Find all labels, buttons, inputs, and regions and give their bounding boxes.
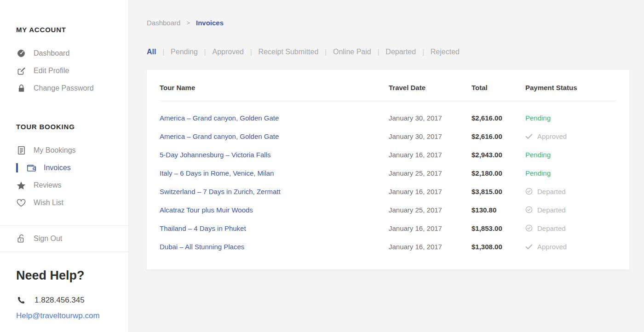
sidebar-item-edit-profile[interactable]: Edit Profile xyxy=(16,62,119,80)
lock-icon xyxy=(16,84,26,93)
sidebar-item-label: Wish List xyxy=(34,199,63,207)
travel-date: January 30, 2017 xyxy=(389,132,472,140)
travel-date: January 16, 2017 xyxy=(389,243,472,251)
total-amount: $2,180.00 xyxy=(472,169,525,177)
sidebar-item-label: Reviews xyxy=(34,181,61,189)
total-amount: $2,616.00 xyxy=(472,132,525,140)
payment-status: Departed xyxy=(525,206,616,214)
filter-tab-departed[interactable]: Departed xyxy=(385,48,416,56)
invoices-card: Tour Name Travel Date Total Payment Stat… xyxy=(147,70,629,269)
table-row: America – Grand canyon, Golden GateJanua… xyxy=(160,109,616,127)
status-filter-tabs: All|Pending|Approved|Receipt Submitted|O… xyxy=(147,48,644,56)
payment-status-label: Departed xyxy=(537,206,566,214)
total-amount: $1,853.00 xyxy=(472,224,525,232)
tour-name-link[interactable]: Switzerland – 7 Days in Zurich, Zermatt xyxy=(160,188,281,195)
sidebar-item-invoices[interactable]: Invoices xyxy=(16,159,119,177)
travel-date: January 16, 2017 xyxy=(389,151,472,159)
travel-date: January 25, 2017 xyxy=(389,206,472,214)
help-phone: 1.828.456.345 xyxy=(16,296,119,305)
table-row: 5-Day Johannesburg – Victoria FallsJanua… xyxy=(160,145,616,164)
table-row: Italy – 6 Days in Rome, Venice, MilanJan… xyxy=(160,164,616,182)
sign-out-label: Sign Out xyxy=(34,235,62,243)
active-indicator xyxy=(16,163,18,172)
total-amount: $1,308.00 xyxy=(472,243,525,251)
sidebar-item-my-bookings[interactable]: My Bookings xyxy=(16,142,119,159)
sidebar-item-label: Change Password xyxy=(34,84,94,92)
tour-name-link[interactable]: Thailand – 4 Days in Phuket xyxy=(160,224,246,232)
phone-icon xyxy=(16,296,26,304)
tour-name-link[interactable]: Dubai – All Stunning Places xyxy=(160,243,244,251)
filter-tab-all[interactable]: All xyxy=(147,48,156,56)
filter-tab-approved[interactable]: Approved xyxy=(212,48,244,56)
sidebar-nav: MY ACCOUNTDashboardEdit ProfileChange Pa… xyxy=(16,26,119,212)
payment-status: Departed xyxy=(525,188,616,195)
filter-tab-receipt-submitted[interactable]: Receipt Submitted xyxy=(259,48,319,56)
tab-separator: | xyxy=(378,48,380,56)
table-row: Switzerland – 7 Days in Zurich, ZermattJ… xyxy=(160,182,616,200)
sidebar: MY ACCOUNTDashboardEdit ProfileChange Pa… xyxy=(0,0,129,332)
tab-separator: | xyxy=(250,48,252,56)
table-row: Thailand – 4 Days in PhuketJanuary 16, 2… xyxy=(160,219,616,237)
sidebar-item-label: Invoices xyxy=(44,164,71,172)
help-phone-number: 1.828.456.345 xyxy=(34,296,85,305)
tab-separator: | xyxy=(162,48,164,56)
bookings-icon xyxy=(16,146,26,155)
payment-status: Pending xyxy=(525,151,616,159)
check-icon xyxy=(525,133,533,139)
chevron-right-icon: > xyxy=(186,19,190,26)
column-header-payment-status: Payment Status xyxy=(525,84,616,92)
payment-status: Departed xyxy=(525,224,616,232)
sidebar-item-wish-list[interactable]: Wish List xyxy=(16,194,119,212)
travel-date: January 25, 2017 xyxy=(389,169,472,177)
circle-check-icon xyxy=(525,206,533,213)
table-body: America – Grand canyon, Golden GateJanua… xyxy=(160,101,616,256)
travel-date: January 16, 2017 xyxy=(389,224,472,232)
tour-name-link[interactable]: America – Grand canyon, Golden Gate xyxy=(160,132,279,140)
check-icon xyxy=(525,244,533,250)
sidebar-item-reviews[interactable]: Reviews xyxy=(16,177,119,194)
circle-check-icon xyxy=(525,224,533,232)
heart-icon xyxy=(16,199,26,207)
need-help-title: Need Help? xyxy=(16,269,119,283)
star-icon xyxy=(16,181,26,190)
main-content: Dashboard > Invoices All|Pending|Approve… xyxy=(129,0,644,332)
payment-status: Pending xyxy=(525,114,616,122)
wallet-icon xyxy=(26,164,36,172)
filter-tab-online-paid[interactable]: Online Paid xyxy=(333,48,371,56)
payment-status: Approved xyxy=(525,132,616,140)
unlock-icon xyxy=(16,234,26,243)
column-header-tour-name: Tour Name xyxy=(160,84,389,92)
payment-status-label: Approved xyxy=(537,132,567,140)
dashboard-icon xyxy=(16,49,26,58)
sidebar-section-title-my-account: MY ACCOUNT xyxy=(16,26,119,34)
payment-status: Pending xyxy=(525,169,616,177)
sidebar-item-dashboard[interactable]: Dashboard xyxy=(16,45,119,62)
edit-icon xyxy=(16,67,26,75)
filter-tab-pending[interactable]: Pending xyxy=(171,48,198,56)
tab-separator: | xyxy=(325,48,327,56)
sidebar-section-title-tour-booking: TOUR BOOKING xyxy=(16,123,119,131)
sidebar-item-label: My Bookings xyxy=(34,146,76,155)
help-email-link[interactable]: Help@traveltourwp.com xyxy=(16,311,100,320)
payment-status-label: Pending xyxy=(525,114,551,122)
payment-status-label: Departed xyxy=(537,188,566,195)
column-header-travel-date: Travel Date xyxy=(389,84,472,92)
total-amount: $3,815.00 xyxy=(472,188,525,195)
total-amount: $2,943.00 xyxy=(472,151,525,159)
sidebar-item-label: Dashboard xyxy=(34,49,69,57)
table-row: America – Grand canyon, Golden GateJanua… xyxy=(160,127,616,145)
tour-name-link[interactable]: 5-Day Johannesburg – Victoria Falls xyxy=(160,151,271,159)
payment-status-label: Pending xyxy=(525,151,551,159)
tour-name-link[interactable]: Alcatraz Tour plus Muir Woods xyxy=(160,206,253,214)
sign-out-button[interactable]: Sign Out xyxy=(16,230,119,247)
tour-name-link[interactable]: America – Grand canyon, Golden Gate xyxy=(160,114,279,122)
filter-tab-rejected[interactable]: Rejected xyxy=(431,48,460,56)
travel-date: January 16, 2017 xyxy=(389,188,472,195)
sidebar-item-label: Edit Profile xyxy=(34,67,69,75)
sidebar-item-change-password[interactable]: Change Password xyxy=(16,80,119,97)
table-header-row: Tour Name Travel Date Total Payment Stat… xyxy=(160,70,616,101)
total-amount: $130.80 xyxy=(472,206,525,214)
breadcrumb-dashboard-link[interactable]: Dashboard xyxy=(147,19,180,27)
tour-name-link[interactable]: Italy – 6 Days in Rome, Venice, Milan xyxy=(160,169,274,177)
tab-separator: | xyxy=(422,48,424,56)
